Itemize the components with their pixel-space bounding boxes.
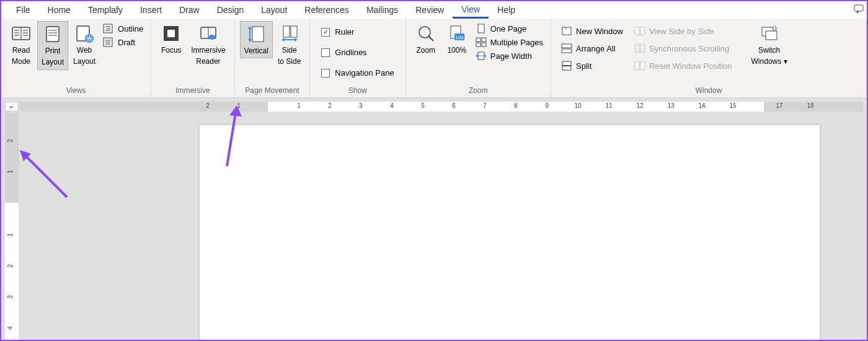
document-page[interactable]: [200, 125, 820, 341]
group-show: Ruler Gridlines Navigation Pane Show: [310, 19, 405, 97]
svg-text:100: 100: [455, 35, 464, 40]
menu-design[interactable]: Design: [208, 2, 253, 17]
gridlines-checkbox[interactable]: Gridlines: [317, 45, 397, 60]
chevron-down-icon: ▾: [784, 57, 787, 66]
h-ruler-num: 8: [514, 102, 518, 109]
draft-icon: [103, 37, 114, 47]
svg-rect-64: [766, 31, 777, 40]
h-ruler-margin-num: 1: [237, 102, 241, 109]
h-ruler-num: 9: [545, 102, 549, 109]
new-window-button[interactable]: + New Window: [559, 25, 626, 37]
svg-rect-8: [46, 27, 59, 42]
immersive-reader-button[interactable]: Immersive Reader: [187, 21, 229, 69]
h-ruler-margin-num: 2: [206, 102, 210, 109]
v-ruler-margin-num: 1: [7, 170, 14, 174]
h-ruler-margin-num: 17: [776, 102, 782, 109]
multiple-pages-button[interactable]: Multiple Pages: [473, 36, 546, 48]
one-page-button[interactable]: One Page: [473, 22, 546, 35]
arrange-all-button[interactable]: Arrange All: [559, 42, 626, 55]
svg-rect-61: [635, 62, 639, 69]
menu-home[interactable]: Home: [39, 2, 79, 17]
reset-window-position-button[interactable]: Reset Window Position: [632, 60, 735, 72]
hundred-percent-button[interactable]: 100 100%: [442, 21, 472, 57]
menu-draw[interactable]: Draw: [170, 2, 208, 17]
view-side-by-side-label: View Side by Side: [649, 27, 714, 36]
switch-windows-button[interactable]: Switch Windows ▾: [748, 21, 791, 69]
menu-file[interactable]: File: [7, 2, 39, 17]
read-mode-label2: Mode: [12, 57, 30, 66]
h-ruler-num: 11: [605, 102, 612, 109]
gridlines-checkbox-box: [321, 48, 330, 57]
group-views: Read Mode Print Layout Web Layout: [1, 19, 151, 97]
svg-rect-55: [635, 27, 639, 35]
navigation-pane-checkbox-label: Navigation Pane: [335, 68, 394, 78]
draft-button[interactable]: Draft: [100, 36, 146, 48]
ruler-checkbox[interactable]: Ruler: [317, 25, 397, 39]
group-views-label: Views: [6, 85, 146, 96]
side-to-side-button[interactable]: Side to Side: [274, 21, 304, 69]
svg-rect-56: [640, 27, 645, 35]
focus-button[interactable]: Focus: [156, 21, 186, 57]
menu-view[interactable]: View: [453, 2, 489, 19]
outline-button[interactable]: Outline: [100, 22, 146, 35]
menu-insert[interactable]: Insert: [131, 2, 170, 17]
side-to-side-label1: Side: [282, 46, 297, 55]
svg-marker-70: [857, 11, 859, 14]
group-show-label: Show: [315, 85, 400, 96]
svg-marker-29: [248, 39, 252, 42]
svg-marker-66: [20, 150, 31, 161]
immersive-reader-label1: Immersive: [191, 46, 225, 55]
h-ruler-num: 1: [297, 102, 301, 109]
draft-label: Draft: [118, 38, 135, 47]
navigation-pane-checkbox[interactable]: Navigation Pane: [317, 66, 397, 80]
print-layout-label2: Layout: [42, 58, 64, 66]
svg-marker-47: [476, 54, 478, 58]
web-layout-label2: Layout: [73, 57, 95, 66]
print-layout-button[interactable]: Print Layout: [37, 21, 68, 70]
ruler-corner[interactable]: ⌐: [5, 102, 19, 112]
immersive-reader-label2: Reader: [196, 57, 220, 66]
svg-line-36: [428, 36, 433, 41]
vertical-button[interactable]: Vertical: [240, 21, 273, 58]
new-window-label: New Window: [576, 27, 623, 36]
menu-mailings[interactable]: Mailings: [358, 2, 407, 17]
vertical-ruler[interactable]: 2 1 1 2 3 4: [5, 113, 19, 341]
gridlines-checkbox-label: Gridlines: [335, 48, 366, 57]
reset-window-position-label: Reset Window Position: [649, 61, 732, 71]
svg-rect-30: [283, 26, 290, 37]
menu-review[interactable]: Review: [407, 2, 453, 17]
svg-rect-23: [167, 30, 175, 37]
page-width-button[interactable]: Page Width: [473, 50, 546, 62]
focus-icon: [161, 24, 181, 43]
svg-marker-33: [281, 38, 285, 42]
outline-label: Outline: [118, 24, 143, 33]
menu-templafy[interactable]: Templafy: [79, 2, 131, 17]
h-ruler-num: 3: [359, 102, 363, 109]
zoom-button[interactable]: Zoom: [411, 21, 441, 57]
menu-layout[interactable]: Layout: [252, 2, 296, 17]
view-side-by-side-icon: [634, 26, 645, 36]
horizontal-ruler[interactable]: 2 1 1 2 3 4 5 6 7 8 9 10 11 12 13 14 15 …: [20, 102, 863, 112]
vertical-icon: [246, 24, 266, 44]
split-button[interactable]: Split: [559, 60, 626, 72]
synchronous-scrolling-button[interactable]: Synchronous Scrolling: [632, 42, 735, 55]
svg-rect-51: [562, 44, 572, 48]
comments-icon[interactable]: [853, 4, 864, 15]
menu-references[interactable]: References: [296, 2, 358, 17]
one-page-label: One Page: [490, 24, 527, 33]
ruler-checkbox-label: Ruler: [335, 27, 354, 37]
svg-marker-48: [484, 54, 487, 58]
h-ruler-num: 4: [390, 102, 394, 109]
read-mode-button[interactable]: Read Mode: [6, 21, 36, 69]
h-ruler-num: 7: [483, 102, 487, 109]
group-page-movement: Vertical Side to Side Page Movement: [235, 19, 311, 97]
group-window: + New Window Arrange All Split View Side…: [551, 19, 867, 97]
group-immersive-label: Immersive: [156, 85, 229, 96]
web-layout-button[interactable]: Web Layout: [69, 21, 99, 69]
h-ruler-num: 5: [421, 102, 425, 109]
group-zoom-label: Zoom: [411, 85, 546, 96]
view-side-by-side-button[interactable]: View Side by Side: [632, 25, 735, 37]
read-mode-icon: [11, 24, 31, 43]
svg-text:+: +: [564, 26, 567, 32]
menu-help[interactable]: Help: [489, 2, 524, 17]
